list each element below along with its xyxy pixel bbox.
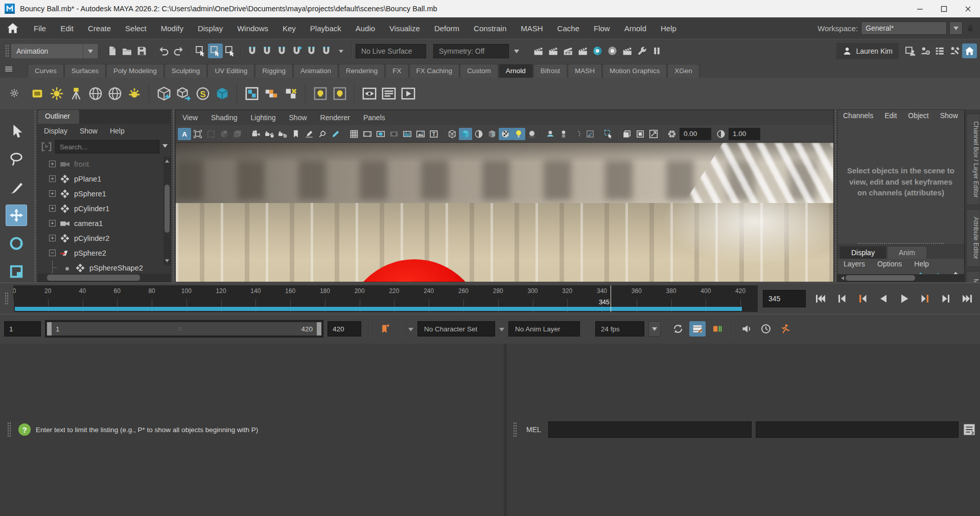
outliner-menu-show[interactable]: Show [74, 127, 104, 135]
ssao-icon[interactable] [570, 128, 584, 140]
open-render-view-icon[interactable] [531, 43, 546, 58]
expander-pPlane1[interactable]: + [49, 175, 56, 182]
isolate-view-icon[interactable] [634, 128, 647, 140]
menu-visualize[interactable]: Visualize [382, 24, 427, 33]
view-mask-icon[interactable] [620, 128, 634, 140]
menu-deform[interactable]: Deform [427, 24, 466, 33]
bookmark-add-icon[interactable] [377, 321, 393, 336]
shelf-tab-mash[interactable]: MASH [568, 64, 602, 78]
photometric-light-icon[interactable] [47, 84, 66, 103]
select-tool-icon[interactable] [6, 120, 27, 142]
launch-render-icon[interactable] [620, 43, 635, 58]
new-scene-icon[interactable] [105, 43, 120, 58]
pause-viewport-icon[interactable] [649, 43, 664, 58]
account-button[interactable]: Lauren Kim [836, 43, 899, 59]
menu-constrain[interactable]: Constrain [466, 24, 514, 33]
arnold-render-view-icon[interactable] [360, 84, 379, 103]
menu-display[interactable]: Display [191, 24, 230, 33]
make-live-icon[interactable] [319, 43, 334, 58]
outliner-item-pSphereShape2[interactable]: pSphereShape2 [38, 260, 171, 274]
go-to-end-button[interactable] [958, 289, 977, 308]
paint-select-tool-icon[interactable] [6, 176, 27, 198]
shelf-tab-rendering[interactable]: Rendering [339, 64, 385, 78]
menu-edit[interactable]: Edit [53, 24, 81, 33]
time-slider[interactable]: 0204060801001201401601802002202402602803… [13, 285, 758, 312]
shelf-tab-surfaces[interactable]: Surfaces [64, 64, 106, 78]
menu-select[interactable]: Select [118, 24, 154, 33]
step-back-key-button[interactable] [853, 289, 872, 308]
viewport-menu-view[interactable]: View [176, 114, 204, 122]
outliner-item-pCylinder1[interactable]: +pCylinder1 [38, 201, 171, 216]
layer-menu-layers[interactable]: Layers [837, 260, 871, 268]
camera-attributes-icon[interactable] [276, 128, 289, 140]
outliner-item-pSphere2[interactable]: −pSphere2 [38, 245, 171, 260]
commandline-drag-handle[interactable] [513, 422, 517, 437]
helpline-drag-handle[interactable] [7, 422, 11, 437]
animation-end-field[interactable]: 420 [328, 321, 361, 336]
menu-arnold[interactable]: Arnold [617, 24, 654, 33]
menu-flow[interactable]: Flow [587, 24, 617, 33]
workspace-lock-icon[interactable] [966, 23, 975, 34]
light-mixer-icon[interactable] [330, 84, 349, 103]
shelf-tab-sculpting[interactable]: Sculpting [165, 64, 207, 78]
shelf-tab-custom[interactable]: Custom [460, 64, 498, 78]
standin-icon[interactable] [154, 84, 174, 103]
mel-toggle[interactable]: MEL [523, 425, 544, 434]
side-tab-attribute-editor[interactable]: Attribute Editor [966, 209, 979, 267]
go-to-start-button[interactable] [811, 289, 830, 308]
expander-pSphereShape2[interactable] [64, 264, 71, 271]
shelf-tab-fx[interactable]: FX [385, 64, 408, 78]
status-drag-handle[interactable] [5, 44, 9, 58]
film-gate-icon[interactable] [361, 128, 374, 140]
viewport-menu-panels[interactable]: Panels [357, 114, 392, 122]
outliner-filter-icon[interactable] [41, 141, 52, 152]
material-override-icon[interactable] [472, 128, 485, 140]
gpu-cache-icon[interactable] [174, 84, 193, 103]
outliner-menu-display[interactable]: Display [38, 127, 74, 135]
outliner-menu-help[interactable]: Help [104, 127, 131, 135]
home-icon[interactable] [6, 21, 19, 35]
menu-key[interactable]: Key [275, 24, 303, 33]
rotate-tool-icon[interactable] [6, 233, 27, 254]
panel-splitter-outliner[interactable] [171, 109, 175, 282]
light-manager-icon[interactable] [311, 84, 330, 103]
move-tool-icon[interactable] [6, 205, 27, 226]
materialx-icon[interactable]: S [193, 84, 213, 103]
outliner-search-input[interactable] [55, 140, 159, 153]
outliner-tab[interactable]: Outliner [38, 110, 79, 124]
current-time-marker[interactable] [611, 285, 612, 312]
select-camera-icon[interactable] [249, 128, 263, 140]
range-grip[interactable]: ∷ [178, 326, 182, 332]
playback-loop-icon[interactable] [670, 321, 686, 336]
snap-options-caret-icon[interactable] [334, 43, 348, 58]
line-width-icon[interactable] [544, 128, 557, 140]
zoom-select-icon[interactable] [316, 128, 329, 140]
snap-to-projected-center-icon[interactable] [289, 43, 304, 58]
shelf-tab-curves[interactable]: Curves [28, 64, 64, 78]
minimize-button[interactable] [908, 0, 932, 17]
gamma-field[interactable]: 1.00 [729, 128, 760, 140]
draw-on-ground-icon[interactable] [302, 128, 316, 140]
menu-audio[interactable]: Audio [348, 24, 382, 33]
tx-manager-icon[interactable] [281, 84, 300, 103]
symmetry-caret-icon[interactable] [509, 44, 524, 58]
lock-camera-icon[interactable] [263, 128, 276, 140]
viewport-menu-renderer[interactable]: Renderer [314, 114, 357, 122]
select-hierarchy-icon[interactable] [193, 43, 208, 58]
viewport-menu-show[interactable]: Show [283, 114, 314, 122]
expander-pCylinder2[interactable]: + [49, 235, 56, 241]
layer-tab-display[interactable]: Display [839, 246, 886, 259]
motion-blur-icon[interactable] [584, 128, 597, 140]
render-sequence-icon[interactable] [575, 43, 590, 58]
use-default-material-icon[interactable] [499, 128, 512, 140]
character-controls-icon[interactable] [918, 43, 932, 58]
layer-tab-anim[interactable]: Anim [887, 246, 927, 259]
grid-toggle-icon[interactable] [347, 128, 361, 140]
outliner-item-front[interactable]: +front [38, 156, 171, 171]
viewport-menu-shading[interactable]: Shading [204, 114, 244, 122]
safe-action-icon[interactable] [414, 128, 427, 140]
exposure-icon[interactable] [665, 128, 679, 140]
undo-icon[interactable] [156, 43, 171, 58]
play-backwards-button[interactable] [874, 289, 893, 308]
anim-layer-caret-icon[interactable] [499, 328, 504, 334]
